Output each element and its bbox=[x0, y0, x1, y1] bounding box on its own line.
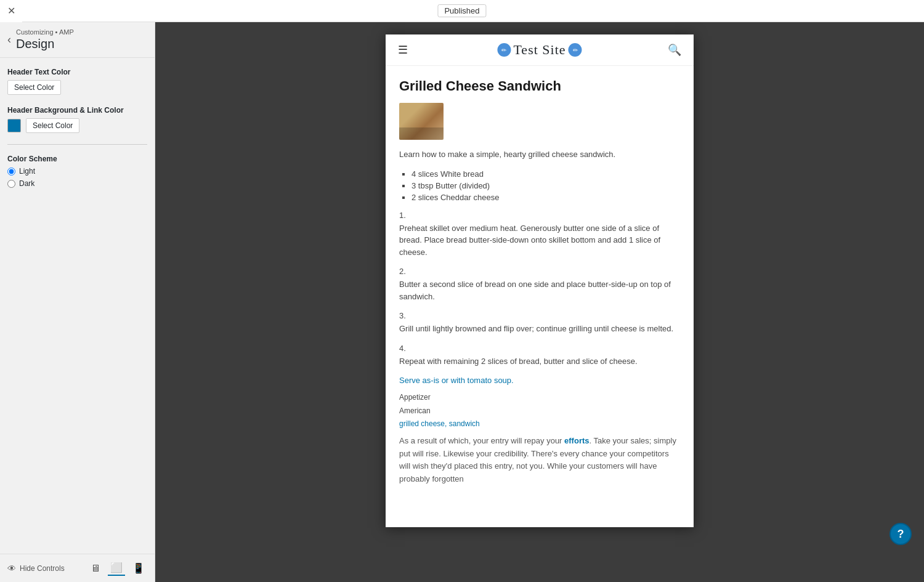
header-bg-color-row: Select Color bbox=[7, 118, 147, 133]
category-1: Appetizer bbox=[399, 391, 680, 405]
site-logo: ✏ Test Site ✏ bbox=[497, 42, 582, 58]
site-preview: ☰ ✏ Test Site ✏ 🔍 Grilled Cheese Sandwic… bbox=[386, 34, 694, 527]
bottom-bar: 👁 Hide Controls 🖥 ⬜ 📱 bbox=[0, 554, 155, 582]
desktop-icon: 🖥 bbox=[91, 563, 100, 573]
category-2: American bbox=[399, 405, 680, 418]
breadcrumb: Customizing • AMP bbox=[16, 28, 74, 36]
serve-note: Serve as-is or with tomato soup. bbox=[399, 376, 680, 385]
efforts-link[interactable]: efforts bbox=[564, 436, 589, 445]
help-button[interactable]: ? bbox=[890, 523, 912, 545]
list-item: 2 slices Cheddar cheese bbox=[411, 193, 680, 202]
mobile-icon: 📱 bbox=[132, 563, 145, 573]
color-scheme-radio-group: Light Dark bbox=[7, 167, 147, 188]
instruction-num-1: 1. bbox=[399, 211, 680, 220]
instruction-4: 4. Repeat with remaining 2 slices of bre… bbox=[399, 344, 680, 368]
instruction-1: 1. Preheat skillet over medium heat. Gen… bbox=[399, 211, 680, 259]
site-header: ☰ ✏ Test Site ✏ 🔍 bbox=[386, 34, 694, 66]
instruction-text-1: Preheat skillet over medium heat. Genero… bbox=[399, 222, 680, 259]
instruction-3: 3. Grill until lightly browned and flip … bbox=[399, 311, 680, 335]
search-icon[interactable]: 🔍 bbox=[668, 43, 681, 57]
close-button[interactable]: ✕ bbox=[0, 0, 22, 22]
list-item: 4 slices White bread bbox=[411, 169, 680, 179]
post-footer-tags: grilled cheese, sandwich bbox=[399, 418, 680, 431]
instruction-num-3: 3. bbox=[399, 311, 680, 320]
instruction-text-2: Butter a second slice of bread on one si… bbox=[399, 278, 680, 302]
radio-dark-input[interactable] bbox=[7, 180, 15, 188]
sidebar-header: ‹ Customizing • AMP Design bbox=[0, 22, 155, 58]
tablet-icon: ⬜ bbox=[110, 562, 123, 573]
sidebar: ‹ Customizing • AMP Design Header Text C… bbox=[0, 22, 155, 582]
color-scheme-section: Color Scheme Light Dark bbox=[7, 155, 147, 188]
instruction-2: 2. Butter a second slice of bread on one… bbox=[399, 267, 680, 302]
device-tablet-button[interactable]: ⬜ bbox=[108, 560, 125, 576]
device-desktop-button[interactable]: 🖥 bbox=[88, 560, 103, 576]
radio-dark-label: Dark bbox=[19, 179, 34, 188]
sidebar-content: Header Text Color Select Color Header Ba… bbox=[0, 58, 155, 554]
list-item: 3 tbsp Butter (divided) bbox=[411, 181, 680, 190]
logo-dot-left: ✏ bbox=[497, 43, 511, 57]
back-button[interactable]: ‹ bbox=[7, 33, 11, 46]
header-text-color-button[interactable]: Select Color bbox=[7, 80, 61, 95]
instruction-num-2: 2. bbox=[399, 267, 680, 276]
color-swatch-blue bbox=[7, 119, 21, 132]
ingredients-list: 4 slices White bread 3 tbsp Butter (divi… bbox=[411, 169, 680, 202]
preview-area: ☰ ✏ Test Site ✏ 🔍 Grilled Cheese Sandwic… bbox=[155, 22, 924, 582]
eye-icon: 👁 bbox=[7, 564, 16, 573]
post-intro: Learn how to make a simple, hearty grill… bbox=[399, 148, 680, 161]
header-bg-color-section: Header Background & Link Color Select Co… bbox=[7, 106, 147, 133]
instruction-text-3: Grill until lightly browned and flip ove… bbox=[399, 323, 680, 335]
instruction-text-4: Repeat with remaining 2 slices of bread,… bbox=[399, 355, 680, 368]
radio-light-input[interactable] bbox=[7, 168, 15, 176]
design-title: Design bbox=[16, 37, 74, 51]
main-layout: ‹ Customizing • AMP Design Header Text C… bbox=[0, 22, 924, 582]
top-bar: ✕ Published bbox=[0, 0, 924, 22]
header-bg-color-label: Header Background & Link Color bbox=[7, 106, 147, 115]
device-buttons: 🖥 ⬜ 📱 bbox=[88, 560, 147, 576]
instruction-num-4: 4. bbox=[399, 344, 680, 353]
site-title: Test Site bbox=[513, 42, 565, 58]
color-scheme-label: Color Scheme bbox=[7, 155, 147, 163]
logo-dot-right: ✏ bbox=[569, 43, 582, 57]
device-mobile-button[interactable]: 📱 bbox=[130, 560, 147, 576]
hamburger-icon[interactable]: ☰ bbox=[398, 43, 408, 57]
radio-light-item[interactable]: Light bbox=[7, 167, 147, 176]
post-footer-text: As a result of which, your entry will re… bbox=[399, 435, 680, 486]
post-image bbox=[399, 103, 444, 140]
post-title: Grilled Cheese Sandwich bbox=[399, 78, 680, 94]
header-text-color-section: Header Text Color Select Color bbox=[7, 68, 147, 95]
close-icon: ✕ bbox=[7, 5, 15, 17]
post-footer: Appetizer American grilled cheese, sandw… bbox=[399, 391, 680, 486]
radio-dark-item[interactable]: Dark bbox=[7, 179, 147, 188]
hide-controls-button[interactable]: 👁 Hide Controls bbox=[7, 564, 65, 573]
header-text-color-label: Header Text Color bbox=[7, 68, 147, 76]
site-content: Grilled Cheese Sandwich Learn how to mak… bbox=[386, 66, 694, 498]
radio-light-label: Light bbox=[19, 167, 35, 176]
published-badge: Published bbox=[437, 4, 486, 17]
header-bg-color-button[interactable]: Select Color bbox=[26, 118, 79, 133]
section-divider bbox=[7, 144, 147, 145]
hide-controls-label: Hide Controls bbox=[20, 564, 65, 573]
